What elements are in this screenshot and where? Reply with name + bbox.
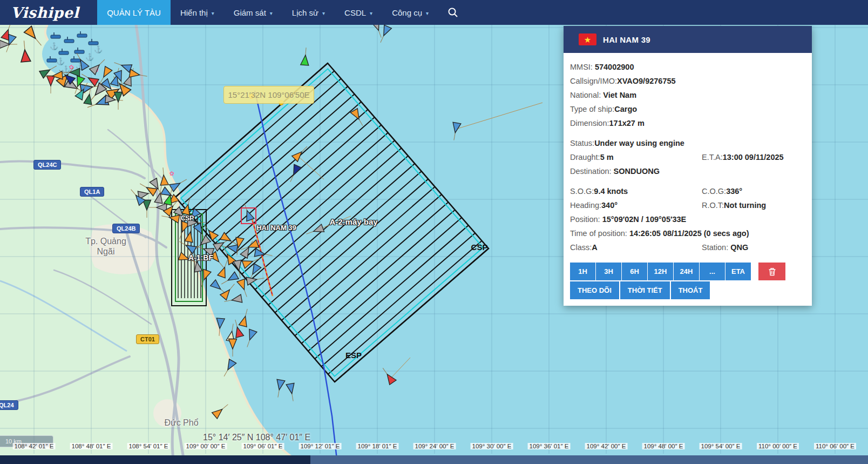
longitude-tick-label: 109° 12′ 01″ E [299,443,342,449]
place-label: Tp. Quảng [85,237,126,246]
history-range-button[interactable]: ETA [725,263,751,280]
map-area-label: CSP [471,243,488,252]
nav-item[interactable]: Công cụ▾ [382,0,438,25]
search-icon [447,6,459,18]
nav-menu: QUẢN LÝ TÀUHiển thị▾Giám sát▾Lịch sử▾CSD… [97,0,438,25]
history-range-button[interactable]: 6H [622,263,647,280]
road-badge: QL1A [80,187,104,197]
history-range-button[interactable]: 3H [596,263,621,280]
history-range-button[interactable]: 1H [570,263,595,280]
road-badge: QL24C [33,160,61,170]
ship-attribute-row: Draught:5 mE.T.A:13:00 09/11/2025 [570,150,805,164]
nav-item[interactable]: Lịch sử▾ [282,0,335,25]
longitude-tick-label: 109° 30′ 00″ E [471,443,513,449]
map-area-label: ESP [345,351,362,360]
panel-action-button[interactable]: THOÁT [671,281,710,299]
ship-attribute-row: Destination: SONDUONG [570,164,805,178]
ship-attributes: MMSI: 574002900Callsign/IMO:XVAO9/927675… [570,60,805,254]
longitude-tick-label: 109° 06′ 01″ E [242,443,284,449]
nav-item[interactable]: QUẢN LÝ TÀU [97,0,171,25]
place-label: Đức Phổ [164,418,198,428]
longitude-tick-label: 110° 06′ 00″ E [814,443,856,449]
anchor-icon: ⚓ [50,42,59,51]
ship-attribute-row: Type of ship:Cargo [570,102,805,116]
anchor-icon: ⚓ [85,52,94,62]
flower-marker-icon: ✿ [69,64,73,70]
ship-attribute-row: Time of position: 14:26:05 08/11/2025 (0… [570,226,805,240]
longitude-tick-label: 109° 36′ 01″ E [528,443,571,449]
chevron-down-icon: ▾ [212,10,214,16]
chevron-down-icon: ▾ [426,10,429,16]
longitude-tick-label: 109° 18′ 01″ E [356,443,399,449]
nav-item-label: QUẢN LÝ TÀU [107,8,161,17]
nav-item-label: Hiển thị [180,8,208,17]
chevron-down-icon: ▾ [270,10,273,16]
ship-attribute-row: Dimension:171x27 m [570,116,805,130]
vishipel-logo[interactable]: Vishipel [0,4,97,21]
ship-info-body: MMSI: 574002900Callsign/IMO:XVAO9/927675… [564,53,812,306]
vietnam-flag-icon: ★ [579,33,596,45]
top-navbar: Vishipel QUẢN LÝ TÀUHiển thị▾Giám sát▾Lị… [0,0,868,25]
panel-action-button[interactable]: THEO DÕI [570,281,619,299]
map-area-label: A-1:BF [188,253,213,262]
longitude-tick-label: 109° 48′ 00″ E [642,443,685,449]
longitude-tick-label: 108° 54′ 01″ E [127,443,170,449]
history-buttons-row: 1H3H6H12H24H...ETA [570,263,805,280]
search-button[interactable] [447,6,459,18]
nav-item-label: Lịch sử [292,8,318,17]
ship-attribute-row: S.O.G:9.4 knotsC.O.G:336° [570,184,805,198]
chevron-down-icon: ▾ [370,10,372,16]
bottom-strip-left [0,455,310,464]
ship-attribute-row: Callsign/IMO:XVAO9/9276755 [570,74,805,88]
nav-item-label: Giám sát [234,8,266,17]
road-badge: CT01 [136,334,159,344]
history-range-button[interactable]: ... [700,263,725,280]
history-range-button[interactable]: 24H [674,263,699,280]
longitude-tick-label: 109° 54′ 00″ E [700,443,742,449]
ship-attribute-row: MMSI: 574002900 [570,60,805,74]
ship-info-header: ★ HAI NAM 39 [564,26,812,53]
panel-action-button[interactable]: THỜI TIẾT [620,281,670,299]
trash-icon [768,267,776,276]
chevron-down-icon: ▾ [322,10,325,16]
ship-attribute-row: Class:AStation: QNG [570,240,805,254]
ship-attribute-row: Heading:340°R.O.T:Not turning [570,198,805,212]
road-badge: QL24 [0,400,18,410]
map-area-label: A-2:máy bay [329,217,377,226]
ship-name: HAI NAM 39 [603,35,650,44]
longitude-tick-label: 108° 42′ 01″ E [13,443,56,449]
map-area-label: HAI NAM 39 [256,224,296,232]
nav-item[interactable]: CSDL▾ [335,0,382,25]
ship-attribute-row: Status:Under way using engine [570,136,805,150]
nav-item[interactable]: Hiển thị▾ [171,0,224,25]
flower-marker-icon: ✿ [169,170,174,177]
road-badge: QL24B [112,224,140,233]
action-buttons-row: THEO DÕITHỜI TIẾTTHOÁT [570,281,805,299]
ship-attribute-row: Position: 15°09′02N / 109°05′33E [570,212,805,226]
bottom-strip-right [310,455,868,464]
ship-attribute-row: National: Viet Nam [570,88,805,102]
history-range-button[interactable]: 12H [648,263,673,280]
nav-item-label: Công cụ [392,8,422,17]
longitude-tick-label: 109° 00′ 00″ E [185,443,227,449]
longitude-tick-label: 109° 24′ 00″ E [413,443,456,449]
nav-item-label: CSDL [344,8,366,17]
anchor-icon: ⚓ [56,57,65,66]
map-area-label: CSP [181,214,194,222]
cursor-position-readout: 15° 14′ 25″ N 108° 47′ 01″ E [203,433,310,442]
longitude-tick-label: 109° 42′ 00″ E [585,443,628,449]
ship-info-panel: ★ HAI NAM 39 MMSI: 574002900Callsign/IMO… [564,26,812,306]
longitude-tick-label: 110° 00′ 00″ E [757,443,799,449]
coordinate-tooltip: 15°21′32N 109°06′50E [223,86,314,104]
nav-item[interactable]: Giám sát▾ [224,0,282,25]
place-label: Ngãi [97,247,115,257]
delete-button[interactable] [758,263,785,280]
anchor-icon: ⚓ [94,45,103,54]
longitude-tick-label: 108° 48′ 01″ E [70,443,113,449]
